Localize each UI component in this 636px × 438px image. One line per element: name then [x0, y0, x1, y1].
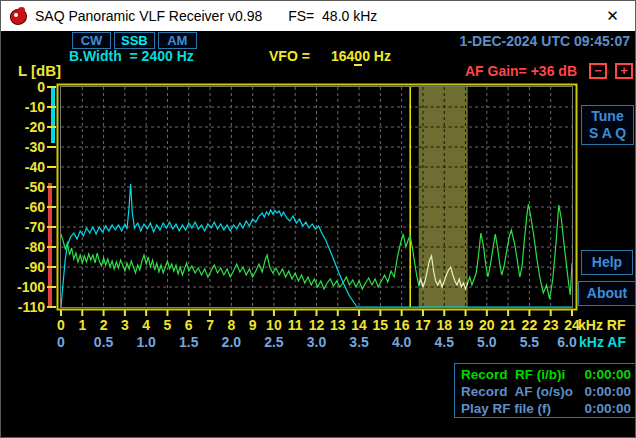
y-tick-label: -60: [3, 200, 45, 214]
x-rf-tick-label: 23: [543, 317, 559, 333]
x-af-tick-label: 2.5: [264, 334, 283, 350]
x-rf-tick-label: 1: [78, 317, 86, 333]
y-tick-label: -110: [3, 300, 45, 314]
y-tick-label: -100: [3, 280, 45, 294]
x-rf-tick-label: 6: [185, 317, 193, 333]
y-tick-label: -80: [3, 240, 45, 254]
y-tick-label: -90: [3, 260, 45, 274]
x-rf-tick-label: 10: [266, 317, 282, 333]
y-tick-label: -40: [3, 160, 45, 174]
x-af-tick-label: 1.5: [179, 334, 198, 350]
x-rf-tick-label: 3: [121, 317, 129, 333]
x-af-tick-label: 2.0: [222, 334, 241, 350]
x-rf-tick-label: 14: [351, 317, 367, 333]
x-rf-tick-label: 20: [479, 317, 495, 333]
x-rf-tick-label: 7: [206, 317, 214, 333]
x-rf-tick-label: 13: [330, 317, 346, 333]
x-rf-tick-label: 19: [458, 317, 474, 333]
x-rf-tick-label: 18: [436, 317, 452, 333]
x-rf-tick-label: 9: [249, 317, 257, 333]
x-af-tick-label: 4.0: [392, 334, 411, 350]
x-rf-tick-label: 5: [164, 317, 172, 333]
x-rf-tick-label: 4: [142, 317, 150, 333]
y-tick-label: -50: [3, 180, 45, 194]
about-button[interactable]: About: [578, 281, 636, 306]
x-rf-tick-label: 17: [415, 317, 431, 333]
play-rf-time: 0:00:00: [584, 400, 631, 417]
y-tick-label: -30: [3, 140, 45, 154]
x-af-tick-label: 5.0: [477, 334, 496, 350]
cyan-level-meter: [51, 87, 55, 143]
record-rf-row: Record RF (i/b)i 0:00:00: [461, 366, 631, 383]
play-rf-label: Play RF file (f): [461, 400, 551, 417]
x-axis-af-unit: kHz AF: [579, 334, 626, 350]
x-af-tick-label: 0.5: [94, 334, 113, 350]
play-rf-row: Play RF file (f) 0:00:00: [461, 400, 631, 417]
x-axis-rf-unit: kHz RF: [578, 317, 625, 333]
y-tick-label: -10: [3, 100, 45, 114]
y-tick-label: 0: [3, 80, 45, 94]
x-rf-tick-label: 16: [394, 317, 410, 333]
record-af-row: Record AF (o/s)o 0:00:00: [461, 383, 631, 400]
record-af-time: 0:00:00: [584, 383, 631, 400]
x-rf-tick-label: 12: [309, 317, 325, 333]
app-window: SAQ Panoramic VLF Receiver v0.98 FS= 48.…: [0, 0, 636, 438]
x-af-tick-label: 5.5: [520, 334, 539, 350]
x-rf-tick-label: 21: [500, 317, 516, 333]
x-rf-tick-label: 0: [57, 317, 65, 333]
red-level-meter: [48, 183, 52, 307]
x-af-tick-label: 3.0: [307, 334, 326, 350]
help-button[interactable]: Help: [581, 250, 633, 275]
x-af-tick-label: 1.0: [136, 334, 155, 350]
tune-saq-button[interactable]: Tune S A Q: [581, 105, 634, 145]
x-af-tick-label: 0: [57, 334, 65, 350]
x-rf-tick-label: 2: [100, 317, 108, 333]
x-af-tick-label: 6.0: [557, 334, 576, 350]
x-rf-tick-label: 8: [227, 317, 235, 333]
record-rf-time: 0:00:00: [584, 366, 631, 383]
x-af-tick-label: 3.5: [349, 334, 368, 350]
x-rf-tick-label: 22: [522, 317, 538, 333]
x-rf-tick-label: 11: [288, 317, 303, 333]
recorder-panel: Record RF (i/b)i 0:00:00 Record AF (o/s)…: [454, 363, 636, 418]
y-tick-label: -20: [3, 120, 45, 134]
record-rf-label: Record RF (i/b)i: [461, 366, 565, 383]
x-rf-tick-label: 15: [373, 317, 389, 333]
x-af-tick-label: 4.5: [435, 334, 454, 350]
record-af-label: Record AF (o/s)o: [461, 383, 573, 400]
y-tick-label: -70: [3, 220, 45, 234]
